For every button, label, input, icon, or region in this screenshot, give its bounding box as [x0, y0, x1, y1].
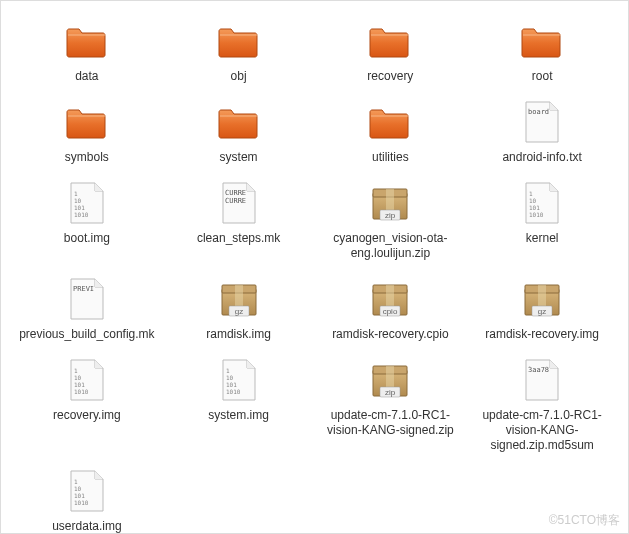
file-label: ramdisk-recovery.cpio	[332, 327, 448, 342]
file-label: update-cm-7.1.0-RC1-vision-KANG-signed.z…	[472, 408, 612, 453]
file-label: cyanogen_vision-ota-eng.loulijun.zip	[321, 231, 461, 261]
text-file-icon: PREVI	[63, 275, 111, 323]
svg-text:10: 10	[74, 485, 82, 492]
folder-icon	[366, 98, 414, 146]
file-item[interactable]: 3aa78update-cm-7.1.0-RC1-vision-KANG-sig…	[466, 352, 618, 457]
svg-text:PREVI: PREVI	[73, 285, 94, 293]
file-label: previous_build_config.mk	[19, 327, 154, 342]
text-file-icon: 3aa78	[518, 356, 566, 404]
folder-icon	[518, 17, 566, 65]
svg-text:1: 1	[74, 478, 78, 485]
svg-text:101: 101	[529, 204, 540, 211]
file-label: android-info.txt	[502, 150, 581, 165]
svg-text:1: 1	[226, 367, 230, 374]
file-label: system.img	[208, 408, 269, 423]
file-item[interactable]: gzramdisk.img	[163, 271, 315, 346]
file-label: update-cm-7.1.0-RC1-vision-KANG-signed.z…	[321, 408, 461, 438]
file-label: kernel	[526, 231, 559, 246]
folder-item[interactable]: utilities	[315, 94, 467, 169]
svg-text:cpio: cpio	[383, 307, 398, 316]
svg-text:101: 101	[74, 381, 85, 388]
svg-text:board: board	[528, 108, 549, 116]
folder-icon	[215, 17, 263, 65]
svg-text:101: 101	[226, 381, 237, 388]
svg-text:1: 1	[529, 190, 533, 197]
archive-cpio-icon: cpio	[366, 275, 414, 323]
svg-text:zip: zip	[385, 211, 396, 220]
svg-text:101: 101	[74, 204, 85, 211]
file-item[interactable]: 1101011010kernel	[466, 175, 618, 265]
file-label: system	[220, 150, 258, 165]
svg-text:10: 10	[74, 374, 82, 381]
folder-item[interactable]: data	[11, 13, 163, 88]
file-item[interactable]: CURRECURREclean_steps.mk	[163, 175, 315, 265]
file-label: obj	[231, 69, 247, 84]
binary-file-icon: 1101011010	[215, 356, 263, 404]
file-label: recovery	[367, 69, 413, 84]
archive-gz-icon: gz	[518, 275, 566, 323]
file-label: ramdisk.img	[206, 327, 271, 342]
svg-text:CURRE: CURRE	[225, 197, 246, 205]
binary-file-icon: 1101011010	[63, 356, 111, 404]
folder-item[interactable]: system	[163, 94, 315, 169]
binary-file-icon: 1101011010	[63, 467, 111, 515]
folder-icon	[63, 98, 111, 146]
file-item[interactable]: zipcyanogen_vision-ota-eng.loulijun.zip	[315, 175, 467, 265]
folder-item[interactable]: recovery	[315, 13, 467, 88]
svg-text:10: 10	[529, 197, 537, 204]
svg-text:3aa78: 3aa78	[528, 366, 549, 374]
archive-gz-icon: gz	[215, 275, 263, 323]
folder-icon	[366, 17, 414, 65]
file-item[interactable]: cpioramdisk-recovery.cpio	[315, 271, 467, 346]
folder-item[interactable]: root	[466, 13, 618, 88]
folder-item[interactable]: symbols	[11, 94, 163, 169]
svg-text:1010: 1010	[529, 211, 544, 218]
file-label: symbols	[65, 150, 109, 165]
file-label: data	[75, 69, 98, 84]
folder-icon	[63, 17, 111, 65]
file-grid: dataobjrecoveryrootsymbolssystemutilitie…	[1, 1, 628, 534]
archive-zip-icon: zip	[366, 356, 414, 404]
archive-zip-icon: zip	[366, 179, 414, 227]
folder-item[interactable]: obj	[163, 13, 315, 88]
text-file-icon: board	[518, 98, 566, 146]
svg-text:1010: 1010	[226, 388, 241, 395]
text-file-icon: CURRECURRE	[215, 179, 263, 227]
svg-text:CURRE: CURRE	[225, 189, 246, 197]
file-item[interactable]: boardandroid-info.txt	[466, 94, 618, 169]
file-label: boot.img	[64, 231, 110, 246]
file-item[interactable]: gzramdisk-recovery.img	[466, 271, 618, 346]
file-label: clean_steps.mk	[197, 231, 280, 246]
file-item[interactable]: PREVIprevious_build_config.mk	[11, 271, 163, 346]
file-item[interactable]: 1101011010recovery.img	[11, 352, 163, 457]
file-label: userdata.img	[52, 519, 121, 534]
file-item[interactable]: 1101011010userdata.img	[11, 463, 163, 534]
svg-text:gz: gz	[234, 307, 242, 316]
svg-text:10: 10	[226, 374, 234, 381]
file-label: recovery.img	[53, 408, 121, 423]
file-item[interactable]: 1101011010boot.img	[11, 175, 163, 265]
svg-text:1010: 1010	[74, 499, 89, 506]
file-label: root	[532, 69, 553, 84]
svg-text:1: 1	[74, 367, 78, 374]
file-item[interactable]: zipupdate-cm-7.1.0-RC1-vision-KANG-signe…	[315, 352, 467, 457]
file-item[interactable]: 1101011010system.img	[163, 352, 315, 457]
binary-file-icon: 1101011010	[518, 179, 566, 227]
svg-text:1: 1	[74, 190, 78, 197]
file-label: utilities	[372, 150, 409, 165]
svg-text:1010: 1010	[74, 388, 89, 395]
svg-text:gz: gz	[538, 307, 546, 316]
svg-text:101: 101	[74, 492, 85, 499]
file-label: ramdisk-recovery.img	[485, 327, 599, 342]
binary-file-icon: 1101011010	[63, 179, 111, 227]
svg-text:1010: 1010	[74, 211, 89, 218]
svg-text:10: 10	[74, 197, 82, 204]
svg-text:zip: zip	[385, 388, 396, 397]
folder-icon	[215, 98, 263, 146]
